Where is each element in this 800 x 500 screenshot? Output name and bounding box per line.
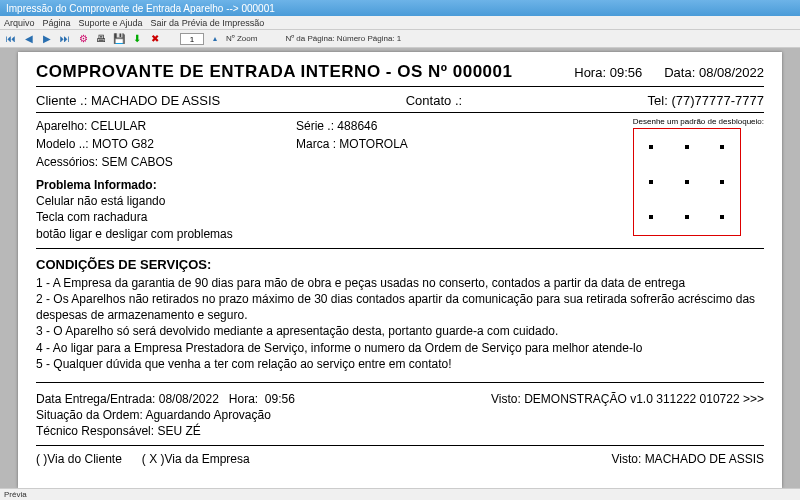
doc-title: COMPROVANTE DE ENTRADA INTERNO - OS Nº 0… — [36, 62, 512, 82]
zoom-stepper-icon[interactable]: ▴ — [208, 32, 222, 46]
aparelho-value: CELULAR — [91, 119, 146, 133]
cliente-value: MACHADO DE ASSIS — [91, 93, 220, 108]
zoom-input[interactable]: 1 — [180, 33, 204, 45]
footer-block: Data Entrega/Entrada: 08/08/2022 Hora: 0… — [36, 391, 764, 446]
entrega-hora-value: 09:56 — [265, 392, 295, 406]
tecnico-label: Técnico Responsável: — [36, 424, 154, 438]
problem-line-1: Celular não está ligando — [36, 193, 286, 209]
modelo-label: Modelo ..: — [36, 137, 89, 151]
window-titlebar: Impressão do Comprovante de Entrada Apar… — [0, 0, 800, 16]
cond-5: 5 - Qualquer dúvida que venha a ter com … — [36, 356, 764, 372]
save-icon[interactable]: 💾 — [112, 32, 126, 46]
situacao-value: Aguardando Aprovação — [145, 408, 270, 422]
toolbar: ⏮ ◀ ▶ ⏭ ⚙ 🖶 💾 ⬇ ✖ 1 ▴ Nº Zoom Nº da Pági… — [0, 30, 800, 48]
nav-last-icon[interactable]: ⏭ — [58, 32, 72, 46]
marca-value: MOTOROLA — [339, 137, 407, 151]
entrega-label: Data Entrega/Entrada: — [36, 392, 155, 406]
document-page: COMPROVANTE DE ENTRADA INTERNO - OS Nº 0… — [18, 52, 782, 488]
pattern-grid — [633, 128, 741, 236]
doc-header: COMPROVANTE DE ENTRADA INTERNO - OS Nº 0… — [36, 62, 764, 87]
problem-line-2: Tecla com rachadura — [36, 209, 286, 225]
client-row: Cliente .: MACHADO DE ASSIS Contato .: T… — [36, 91, 764, 113]
visto2-value: MACHADO DE ASSIS — [645, 452, 764, 466]
device-block: Aparelho: CELULAR Modelo ..: MOTO G82 Ac… — [36, 117, 764, 249]
tecnico-value: SEU ZÉ — [157, 424, 200, 438]
entrega-value: 08/08/2022 — [159, 392, 219, 406]
doc-data: Data: 08/08/2022 — [664, 65, 764, 80]
menu-suporte[interactable]: Suporte e Ajuda — [79, 18, 143, 28]
contato-label: Contato .: — [406, 93, 462, 108]
tel-label: Tel: — [648, 93, 668, 108]
conditions-title: CONDIÇÕES DE SERVIÇOS: — [36, 257, 764, 272]
cliente-label: Cliente .: — [36, 93, 87, 108]
visto1-value: DEMONSTRAÇÃO v1.0 311222 010722 >>> — [524, 392, 764, 406]
aparelho-label: Aparelho: — [36, 119, 87, 133]
cond-4: 4 - Ao ligar para a Empresa Prestadora d… — [36, 340, 764, 356]
problem-line-3: botão ligar e desligar com problemas — [36, 226, 286, 242]
nav-first-icon[interactable]: ⏮ — [4, 32, 18, 46]
zoom-label: Nº Zoom — [226, 34, 257, 43]
tel-value: (77)77777-7777 — [671, 93, 764, 108]
nav-next-icon[interactable]: ▶ — [40, 32, 54, 46]
menu-arquivo[interactable]: Arquivo — [4, 18, 35, 28]
entrega-hora-label: Hora: — [229, 392, 258, 406]
modelo-value: MOTO G82 — [92, 137, 154, 151]
cond-1: 1 - A Empresa da garantia de 90 dias par… — [36, 275, 764, 291]
marca-label: Marca : — [296, 137, 336, 151]
doc-hora: Hora: 09:56 — [574, 65, 642, 80]
visto1-label: Visto: — [491, 392, 521, 406]
situacao-label: Situação da Ordem: — [36, 408, 143, 422]
print-icon[interactable]: 🖶 — [94, 32, 108, 46]
acess-label: Acessórios: — [36, 155, 98, 169]
export-icon[interactable]: ⬇ — [130, 32, 144, 46]
conditions-block: 1 - A Empresa da garantia de 90 dias par… — [36, 275, 764, 383]
menubar: Arquivo Página Suporte e Ajuda Sair da P… — [0, 16, 800, 30]
via-empresa: ( X )Via da Empresa — [142, 452, 250, 466]
statusbar: Prévia — [0, 488, 800, 500]
menu-pagina[interactable]: Página — [43, 18, 71, 28]
status-text: Prévia — [4, 490, 27, 499]
problem-title: Problema Informado: — [36, 177, 286, 193]
cond-2: 2 - Os Aparelhos não retirados no prazo … — [36, 291, 764, 323]
nav-prev-icon[interactable]: ◀ — [22, 32, 36, 46]
page-number-label: Nº da Página: Número Página: 1 — [285, 34, 401, 43]
serie-value: 488646 — [337, 119, 377, 133]
menu-sair[interactable]: Sair da Prévia de Impressão — [151, 18, 265, 28]
cond-3: 3 - O Aparelho só será devolvido mediant… — [36, 323, 764, 339]
unlock-pattern: Desenhe um padrão de desbloqueio: — [633, 117, 764, 242]
signature-row: ( )Via do Cliente ( X )Via da Empresa Vi… — [36, 452, 764, 466]
acess-value: SEM CABOS — [101, 155, 172, 169]
visto2-label: Visto: — [611, 452, 641, 466]
window-title: Impressão do Comprovante de Entrada Apar… — [6, 3, 275, 14]
serie-label: Série .: — [296, 119, 334, 133]
settings-icon[interactable]: ⚙ — [76, 32, 90, 46]
close-icon[interactable]: ✖ — [148, 32, 162, 46]
via-cliente: ( )Via do Cliente — [36, 452, 122, 466]
pattern-caption: Desenhe um padrão de desbloqueio: — [633, 117, 764, 126]
preview-area: COMPROVANTE DE ENTRADA INTERNO - OS Nº 0… — [0, 48, 800, 488]
